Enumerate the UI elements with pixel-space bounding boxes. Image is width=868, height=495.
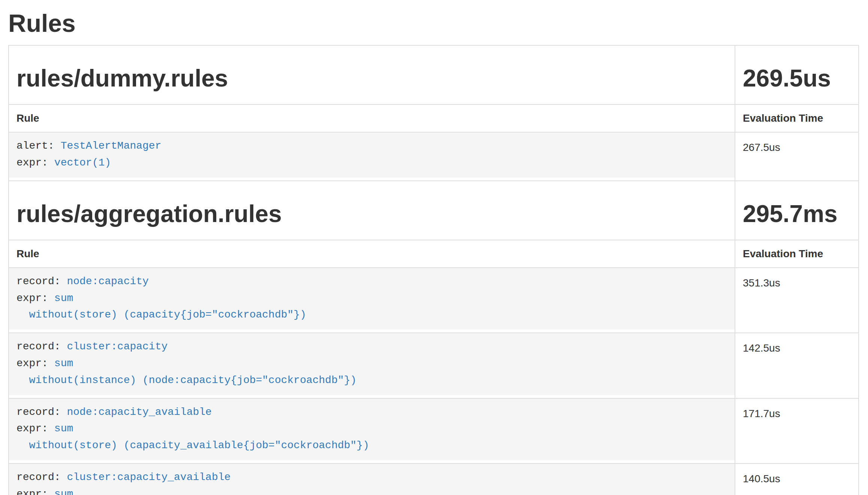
rule-row: record: cluster:capacity_available expr:… — [9, 464, 859, 495]
rule-name-link[interactable]: cluster:capacity — [67, 341, 168, 352]
rule-definition: record: node:capacity_available expr: su… — [9, 399, 735, 460]
rule-expr-link[interactable]: sum without(instance) (node:capacity{job… — [16, 358, 356, 386]
rule-group-header-row: rules/aggregation.rules 295.7ms — [9, 181, 859, 240]
rules-table-body: rules/dummy.rules 269.5us Rule Evaluatio… — [9, 45, 859, 495]
rule-type-label: record: — [16, 406, 67, 418]
page-title: Rules — [8, 9, 860, 37]
column-header-rule: Rule — [9, 240, 735, 268]
rule-row: record: node:capacity_available expr: su… — [9, 398, 859, 464]
rule-definition: alert: TestAlertManager expr: vector(1) — [9, 133, 735, 177]
rule-row: record: node:capacity expr: sum without(… — [9, 268, 859, 333]
column-header-row: Rule Evaluation Time — [9, 104, 859, 132]
rules-table: rules/dummy.rules 269.5us Rule Evaluatio… — [8, 45, 859, 495]
rule-definition: record: cluster:capacity expr: sum witho… — [9, 333, 735, 395]
rule-row: alert: TestAlertManager expr: vector(1) … — [9, 132, 859, 181]
rule-evaluation-time: 351.3us — [735, 268, 859, 333]
column-header-evaluation-time: Evaluation Time — [735, 104, 859, 132]
rule-group-name: rules/dummy.rules — [16, 65, 727, 91]
column-header-row: Rule Evaluation Time — [9, 240, 859, 268]
rule-name-link[interactable]: cluster:capacity_available — [67, 471, 230, 483]
rule-expr-label: expr: — [16, 292, 54, 304]
rule-group-evaluation-time: 269.5us — [743, 65, 851, 91]
rule-evaluation-time: 142.5us — [735, 333, 859, 398]
rule-expr-link[interactable]: sum without(instance) (node:capacity_ava… — [16, 488, 419, 495]
rule-expr-label: expr: — [16, 423, 54, 434]
rule-definition: record: cluster:capacity_available expr:… — [9, 464, 735, 495]
rule-expr-link[interactable]: sum without(store) (capacity_available{j… — [16, 423, 369, 451]
rule-expr-link[interactable]: sum without(store) (capacity{job="cockro… — [16, 292, 306, 321]
rule-group-name: rules/aggregation.rules — [16, 201, 727, 227]
rule-type-label: record: — [16, 341, 67, 352]
rule-name-link[interactable]: node:capacity — [67, 276, 148, 287]
rule-definition: record: node:capacity expr: sum without(… — [9, 268, 735, 330]
rule-evaluation-time: 171.7us — [735, 398, 859, 464]
rule-expr-label: expr: — [16, 488, 54, 495]
rule-name-link[interactable]: node:capacity_available — [67, 406, 211, 418]
rule-type-label: alert: — [16, 140, 61, 152]
rule-evaluation-time: 140.5us — [735, 464, 859, 495]
rules-page: Rules rules/dummy.rules 269.5us Rule Eva… — [0, 9, 868, 495]
rule-type-label: record: — [16, 276, 67, 287]
rule-expr-link[interactable]: vector(1) — [54, 157, 111, 168]
rule-type-label: record: — [16, 471, 67, 483]
rule-group-evaluation-time: 295.7ms — [743, 201, 851, 227]
rule-row: record: cluster:capacity expr: sum witho… — [9, 333, 859, 398]
column-header-rule: Rule — [9, 104, 735, 132]
rule-name-link[interactable]: TestAlertManager — [61, 140, 162, 152]
rule-evaluation-time: 267.5us — [735, 132, 859, 181]
rule-expr-label: expr: — [16, 157, 54, 168]
rule-expr-label: expr: — [16, 358, 54, 369]
column-header-evaluation-time: Evaluation Time — [735, 240, 859, 268]
rule-group-header-row: rules/dummy.rules 269.5us — [9, 45, 859, 104]
